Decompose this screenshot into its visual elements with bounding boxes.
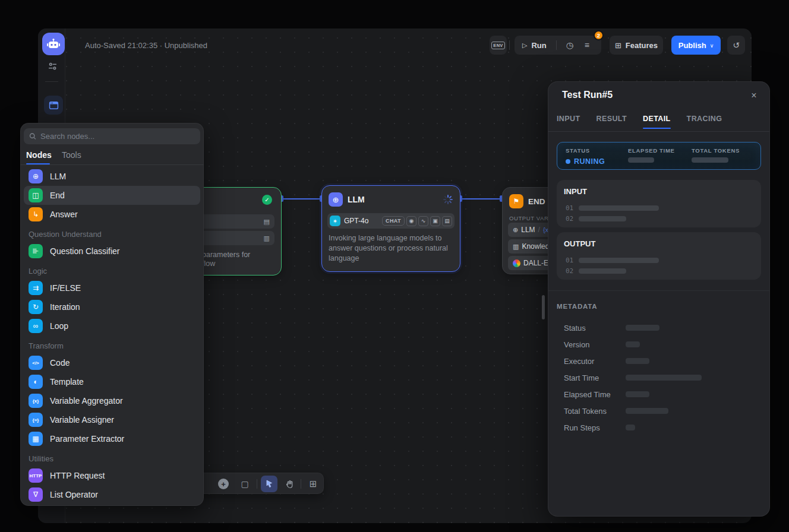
run-history-icon[interactable]: ◷ [565, 40, 575, 50]
run-play-icon: ▷ [522, 42, 527, 49]
node-item-iteration[interactable]: ↻Iteration [24, 297, 200, 316]
robot-icon [46, 37, 61, 51]
variable-name: Knowled [522, 242, 549, 251]
status-column-elapsed-time: ELAPSED TIME [628, 147, 692, 169]
answer-icon: ↳ [29, 207, 43, 221]
hand-mode-button[interactable] [280, 473, 299, 495]
status-value: RUNING [574, 157, 605, 166]
search-icon [29, 132, 36, 140]
skeleton-bar [626, 408, 668, 414]
node-item-if-else[interactable]: ⇉IF/ELSE [24, 278, 200, 297]
hand-icon [285, 480, 294, 489]
node-item-label: HTTP Request [50, 471, 105, 480]
tab-nodes[interactable]: Nodes [26, 150, 52, 160]
run-button[interactable]: Run [531, 41, 546, 50]
search-box[interactable] [24, 128, 200, 144]
skeleton-bar [626, 425, 635, 430]
output-card: OUTPUT0102 [557, 232, 761, 280]
publish-button[interactable]: Publish ∨ [671, 36, 721, 55]
template-icon: ◐ [29, 375, 43, 389]
plus-icon: + [218, 479, 229, 489]
metadata-row-total-tokens: Total Tokens [564, 403, 754, 419]
node-item-parameter-extractor[interactable]: ▦Parameter Extractor [24, 429, 200, 448]
env-button[interactable]: ENV [490, 36, 507, 55]
llm-icon: ⊕ [29, 169, 43, 183]
skeleton-bar [626, 375, 702, 381]
preferences-sliders-icon[interactable] [47, 61, 58, 71]
publish-label: Publish [678, 41, 706, 50]
paragraph-icon: ▤ [264, 218, 270, 226]
node-item-llm[interactable]: ⊕LLM [24, 167, 200, 186]
version-history-button[interactable]: ↺ [727, 36, 745, 55]
node-item-label: Code [50, 358, 70, 368]
node-item-template[interactable]: ◐Template [24, 372, 200, 391]
edge-llm-to-end [462, 198, 500, 200]
node-item-http-request[interactable]: HTTPHTTP Request [24, 466, 200, 485]
node-group-header-question-understand: Question Understand [20, 224, 204, 242]
knowled-icon: ▥ [513, 243, 519, 251]
node-item-label: Template [50, 377, 84, 387]
metadata-rows: StatusVersionExecutorStart TimeElapsed T… [564, 319, 754, 436]
tab-tools[interactable]: Tools [62, 150, 81, 160]
iteration-icon: ↻ [29, 300, 43, 314]
skeleton-row: 01 [564, 255, 753, 265]
document-icon: ▤ [442, 216, 452, 226]
metadata-label: Executor [564, 357, 626, 366]
features-button[interactable]: ⊞ Features [610, 36, 663, 55]
metadata-row-elapsed-time: Elapsed Time [564, 386, 754, 403]
node-item-list-operator[interactable]: ∇List Operator [24, 485, 200, 504]
variable-name: LLM [521, 226, 535, 234]
end-icon: ◫ [29, 188, 43, 202]
metadata-label: Run Steps [564, 423, 626, 432]
separator: / [538, 226, 540, 234]
dalle-icon [513, 259, 520, 267]
node-group-header-logic: Logic [20, 261, 204, 278]
run-tab-detail[interactable]: DETAIL [643, 115, 671, 129]
search-input[interactable] [40, 132, 195, 141]
apps-window-icon[interactable] [44, 96, 63, 115]
node-list: ⊕LLM◫End↳AnswerQuestion Understand⊪Quest… [20, 167, 204, 504]
version-history-icon: ↺ [733, 40, 740, 50]
node-item-code[interactable]: </>Code [24, 353, 200, 372]
add-note-button[interactable]: ▢ [235, 473, 254, 495]
node-item-variable-aggregator[interactable]: {x}Variable Aggregator [24, 391, 200, 410]
node-item-label: Variable Aggregator [50, 396, 123, 406]
model-selector[interactable]: ✶ GPT-4o CHAT◉∿▣▤ [327, 213, 455, 229]
node-item-answer[interactable]: ↳Answer [24, 205, 200, 224]
close-icon[interactable]: × [747, 89, 760, 102]
metadata-row-start-time: Start Time [564, 369, 754, 386]
workflow-editor: Auto-Saved 21:02:35 · Unpublished ENV ▷ … [0, 0, 789, 532]
skeleton-bar [626, 325, 659, 331]
line-number: 02 [566, 215, 573, 223]
panel-divider [548, 290, 769, 291]
metadata-row-executor: Executor [564, 353, 754, 369]
checklist-icon[interactable]: ≡ [582, 40, 592, 50]
panel-divider [20, 164, 204, 165]
status-column-label: ELAPSED TIME [628, 147, 692, 154]
pointer-mode-button[interactable] [261, 476, 277, 492]
list-operator-icon: ∇ [29, 487, 43, 502]
copy-icon: ▥ [264, 235, 270, 242]
skeleton-row: 02 [564, 213, 753, 224]
metadata-label: Total Tokens [564, 407, 626, 416]
llm-node-title: LLM [348, 195, 365, 204]
node-item-loop[interactable]: ∞Loop [24, 316, 200, 335]
node-item-variable-assigner[interactable]: {=}Variable Assigner [24, 410, 200, 429]
add-node-button[interactable]: + [213, 473, 234, 495]
variable-assigner-icon: {=} [29, 413, 43, 427]
toolbar-divider [256, 473, 257, 495]
organize-nodes-button[interactable]: ⊞ [303, 473, 323, 495]
node-item-question-classifier[interactable]: ⊪Question Classifier [24, 242, 200, 261]
run-tab-result[interactable]: RESULT [597, 115, 627, 129]
app-logo-robot-icon[interactable] [42, 33, 65, 55]
note-icon: ▢ [241, 479, 248, 489]
chat-mode-badge: CHAT [382, 216, 405, 226]
skeleton-bar [692, 157, 728, 163]
run-tab-tracing[interactable]: TRACING [687, 115, 722, 129]
run-tab-input[interactable]: INPUT [557, 115, 580, 129]
node-item-end[interactable]: ◫End [24, 186, 200, 205]
node-item-label: Answer [50, 210, 78, 219]
canvas-scrollbar[interactable] [542, 295, 545, 319]
llm-node-header: ⊕ LLM [329, 192, 365, 207]
output-title: OUTPUT [564, 239, 753, 248]
